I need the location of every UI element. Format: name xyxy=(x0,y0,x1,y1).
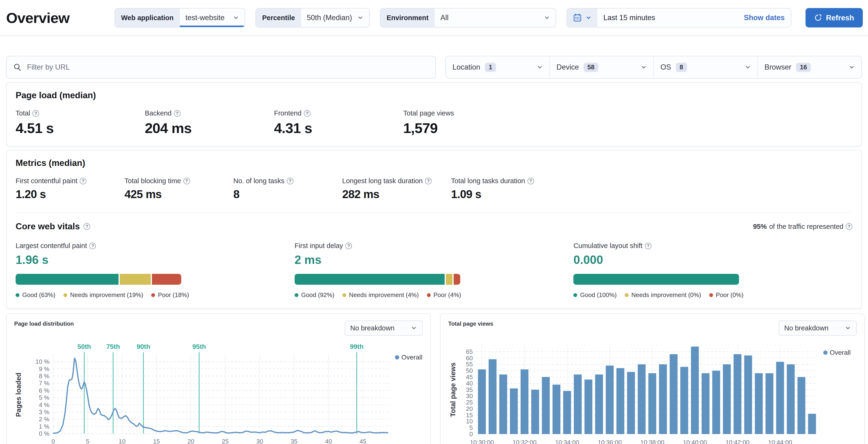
svg-text:10:34:00: 10:34:00 xyxy=(555,439,579,444)
help-icon[interactable]: ? xyxy=(32,110,39,117)
svg-text:20: 20 xyxy=(466,405,473,412)
vital-cls-value: 0.000 xyxy=(574,253,852,267)
web-application-label: Web application xyxy=(115,8,180,27)
total-page-views-chart[interactable]: 10:30:0010:32:0010:34:0010:36:0010:38:00… xyxy=(448,342,857,444)
svg-text:35: 35 xyxy=(290,438,298,444)
help-icon[interactable]: ? xyxy=(527,178,534,184)
time-range-picker[interactable]: Last 15 minutes Show dates xyxy=(566,8,791,27)
help-icon[interactable]: ? xyxy=(80,178,86,184)
page-load-title: Page load (median) xyxy=(16,90,852,100)
web-application-select[interactable]: Web application test-website xyxy=(115,8,245,27)
svg-text:45: 45 xyxy=(466,374,473,381)
total-page-views-panel: Total page views No breakdown 10:30:0010… xyxy=(440,313,865,444)
breakdown-select[interactable]: No breakdown xyxy=(779,321,857,335)
url-filter-input[interactable] xyxy=(27,63,429,71)
needs-dot-icon xyxy=(625,293,628,297)
kpi-frontend-value: 4.31 s xyxy=(274,120,403,136)
time-range-value[interactable]: Last 15 minutes xyxy=(603,13,655,22)
chevron-down-icon xyxy=(848,64,855,70)
device-filter-label: Device xyxy=(557,63,579,71)
kpi-backend: Backend ? 204 ms xyxy=(145,109,274,136)
svg-text:15: 15 xyxy=(466,412,473,419)
facet-filters: Location 1 Device 58 OS 8 Browser 16 xyxy=(445,56,862,79)
svg-text:10: 10 xyxy=(119,438,125,444)
os-filter-label: OS xyxy=(660,63,671,71)
quick-select-menu[interactable] xyxy=(567,8,597,27)
page-load-distribution-title: Page load distribution xyxy=(14,321,74,327)
chevron-down-icon xyxy=(357,15,364,21)
svg-text:35: 35 xyxy=(466,386,473,393)
location-filter[interactable]: Location 1 xyxy=(446,56,550,78)
url-filter[interactable] xyxy=(6,56,436,79)
kpi-fcp-value: 1.20 s xyxy=(16,188,124,201)
legend-poor: Poor (4%) xyxy=(427,291,461,299)
breakdown-select[interactable]: No breakdown xyxy=(345,321,423,335)
legend-needs: Needs improvement (19%) xyxy=(63,291,143,299)
filter-row: Location 1 Device 58 OS 8 Browser 16 xyxy=(6,56,862,79)
help-icon[interactable]: ? xyxy=(89,243,96,249)
vital-cls-bar xyxy=(574,274,739,285)
help-icon[interactable]: ? xyxy=(645,243,651,249)
svg-text:10:44:00: 10:44:00 xyxy=(768,439,792,444)
legend-poor: Poor (18%) xyxy=(151,291,189,299)
poor-dot-icon xyxy=(427,293,431,297)
kpi-total-long-tasks-value: 1.09 s xyxy=(451,188,560,201)
help-icon[interactable]: ? xyxy=(174,110,181,117)
kpi-total-page-views: Total page views 1,579 xyxy=(403,109,532,136)
help-icon[interactable]: ? xyxy=(304,110,310,117)
help-icon[interactable]: ? xyxy=(345,243,352,249)
kpi-frontend-label: Frontend xyxy=(274,109,302,117)
refresh-button[interactable]: Refresh xyxy=(806,8,863,27)
browser-filter[interactable]: Browser 16 xyxy=(757,56,862,78)
kpi-total-value: 4.51 s xyxy=(16,120,145,136)
help-icon[interactable]: ? xyxy=(287,178,293,184)
svg-text:30: 30 xyxy=(466,392,473,399)
vital-cls-label: Cumulative layout shift xyxy=(574,242,643,250)
svg-text:10:40:00: 10:40:00 xyxy=(683,439,707,444)
svg-text:20: 20 xyxy=(187,438,194,444)
legend-good: Good (92%) xyxy=(294,291,334,299)
page-load-distribution-chart[interactable]: 0510152025303540450 %1 %2 %3 %4 %5 %6 %7… xyxy=(14,342,423,444)
device-count-badge: 58 xyxy=(584,63,598,72)
kpi-total-long-tasks: Total long tasks duration ? 1.09 s xyxy=(451,177,560,201)
good-dot-icon xyxy=(16,293,20,297)
help-icon[interactable]: ? xyxy=(846,223,852,230)
help-icon[interactable]: ? xyxy=(183,178,190,184)
page-title: Overview xyxy=(6,9,69,26)
os-count-badge: 8 xyxy=(676,63,687,72)
chevron-down-icon xyxy=(544,15,550,21)
traffic-text: of the traffic represented xyxy=(769,223,843,231)
total-page-views-title: Total page views xyxy=(448,321,493,327)
legend-needs: Needs improvement (4%) xyxy=(342,291,419,299)
vital-lcp-label: Largest contentful paint xyxy=(16,242,87,250)
svg-text:25: 25 xyxy=(222,438,229,444)
percentile-select[interactable]: Percentile 50th (Median) xyxy=(255,8,370,27)
percentile-label: Percentile xyxy=(256,8,301,27)
svg-text:0: 0 xyxy=(469,431,473,438)
poor-dot-icon xyxy=(151,293,155,297)
svg-text:99th: 99th xyxy=(350,343,364,350)
device-filter[interactable]: Device 58 xyxy=(550,56,654,78)
os-filter[interactable]: OS 8 xyxy=(653,56,757,78)
legend-good: Good (100%) xyxy=(574,291,617,299)
help-icon[interactable]: ? xyxy=(425,178,432,184)
svg-text:10: 10 xyxy=(466,418,473,425)
browser-filter-label: Browser xyxy=(765,63,792,71)
svg-text:95th: 95th xyxy=(192,343,206,350)
kpi-long-tasks: No. of long tasks ? 8 xyxy=(233,177,342,201)
help-icon[interactable]: ? xyxy=(84,223,90,230)
breakdown-value: No breakdown xyxy=(350,324,395,332)
environment-select[interactable]: Environment All xyxy=(380,8,556,27)
metrics-title: Metrics (median) xyxy=(16,158,852,168)
metrics-panel: Metrics (median) First contentful paint … xyxy=(6,150,862,308)
kpi-long-tasks-label: No. of long tasks xyxy=(233,177,284,185)
show-dates-link[interactable]: Show dates xyxy=(744,13,784,22)
vital-cls: Cumulative layout shift ? 0.000 Good (10… xyxy=(574,242,852,299)
traffic-pct: 95% xyxy=(753,223,767,231)
web-application-value: test-website xyxy=(186,13,224,22)
svg-text:55: 55 xyxy=(466,361,473,368)
core-web-vitals-title: Core web vitals xyxy=(16,221,80,232)
percentile-value: 50th (Median) xyxy=(307,13,352,22)
needs-dot-icon xyxy=(342,293,346,297)
legend-poor: Poor (0%) xyxy=(709,291,744,299)
